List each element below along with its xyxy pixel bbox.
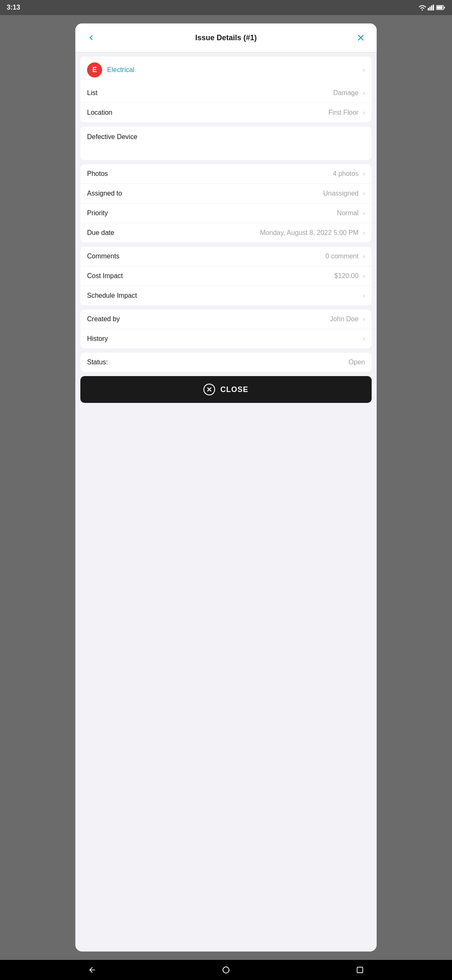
status-card: Status: Open <box>80 353 372 372</box>
location-label: Location <box>87 109 113 116</box>
priority-chevron: › <box>363 209 365 217</box>
due-date-value-container: Monday, August 8, 2022 5:00 PM › <box>260 229 365 237</box>
close-button[interactable]: ✕ CLOSE <box>80 376 372 403</box>
due-date-value: Monday, August 8, 2022 5:00 PM <box>260 229 358 237</box>
list-value-container: Damage › <box>333 89 365 97</box>
photos-row[interactable]: Photos 4 photos › <box>80 164 372 184</box>
schedule-impact-chevron: › <box>363 292 365 299</box>
assigned-row[interactable]: Assigned to Unassigned › <box>80 184 372 204</box>
history-value-container: › <box>359 335 365 343</box>
cost-impact-value-container: $120.00 › <box>334 272 365 280</box>
svg-point-7 <box>223 967 229 973</box>
list-label: List <box>87 89 98 97</box>
meta-card: Created by John Doe › History › <box>80 309 372 348</box>
priority-label: Priority <box>87 209 108 217</box>
wifi-icon <box>419 5 426 10</box>
modal-header: Issue Details (#1) <box>75 23 377 52</box>
category-chevron: › <box>363 66 365 74</box>
svg-rect-2 <box>431 5 432 10</box>
nav-home-button[interactable] <box>221 965 231 975</box>
svg-rect-0 <box>428 8 429 10</box>
nav-home-icon <box>221 965 231 975</box>
svg-rect-6 <box>444 7 445 8</box>
header-close-button[interactable] <box>353 30 368 45</box>
created-by-value-container: John Doe › <box>330 315 365 323</box>
due-date-row[interactable]: Due date Monday, August 8, 2022 5:00 PM … <box>80 223 372 242</box>
more-details-card: Comments 0 comment › Cost Impact $120.00… <box>80 247 372 305</box>
list-value: Damage <box>333 89 358 97</box>
due-date-chevron: › <box>363 229 365 237</box>
location-value: First Floor <box>329 109 359 116</box>
close-x-icon <box>356 33 366 43</box>
close-button-icon: ✕ <box>203 384 215 395</box>
location-chevron: › <box>363 109 365 116</box>
assigned-chevron: › <box>363 190 365 197</box>
nav-bar <box>0 960 452 980</box>
photos-value-container: 4 photos › <box>333 170 365 178</box>
priority-row[interactable]: Priority Normal › <box>80 204 372 223</box>
created-by-chevron: › <box>363 315 365 323</box>
svg-rect-5 <box>437 6 443 9</box>
cost-impact-chevron: › <box>363 272 365 280</box>
nav-recents-icon <box>356 966 364 974</box>
category-label: Electrical <box>107 66 356 74</box>
comments-chevron: › <box>363 253 365 260</box>
details-card: Photos 4 photos › Assigned to Unassigned… <box>80 164 372 242</box>
cost-impact-label: Cost Impact <box>87 272 123 280</box>
location-value-container: First Floor › <box>329 109 365 116</box>
due-date-label: Due date <box>87 229 114 237</box>
created-by-label: Created by <box>87 315 120 323</box>
signal-icon <box>428 5 434 10</box>
nav-recents-button[interactable] <box>356 966 364 974</box>
status-icons <box>419 5 445 10</box>
priority-value-container: Normal › <box>337 209 365 217</box>
comments-row[interactable]: Comments 0 comment › <box>80 247 372 266</box>
svg-rect-1 <box>429 7 431 10</box>
issue-details-modal: Issue Details (#1) E Electrical › List D… <box>75 23 377 952</box>
modal-title: Issue Details (#1) <box>99 34 353 42</box>
back-icon <box>86 33 96 43</box>
list-row[interactable]: List Damage › <box>80 83 372 103</box>
schedule-impact-row[interactable]: Schedule Impact › <box>80 286 372 305</box>
description-card[interactable]: Defective Device <box>80 126 372 160</box>
category-row[interactable]: E Electrical › <box>80 57 372 83</box>
svg-rect-8 <box>357 967 363 972</box>
close-button-label: CLOSE <box>220 385 248 394</box>
assigned-value: Unassigned <box>323 190 359 197</box>
photos-label: Photos <box>87 170 108 178</box>
created-by-row[interactable]: Created by John Doe › <box>80 309 372 329</box>
status-value: Open <box>349 358 365 366</box>
history-label: History <box>87 335 108 343</box>
comments-label: Comments <box>87 253 119 260</box>
back-button[interactable] <box>84 30 99 45</box>
nav-back-button[interactable] <box>88 966 96 974</box>
schedule-impact-label: Schedule Impact <box>87 292 137 299</box>
category-card: E Electrical › List Damage › Location Fi… <box>80 57 372 122</box>
assigned-label: Assigned to <box>87 190 122 197</box>
description-text: Defective Device <box>87 133 137 140</box>
list-chevron: › <box>363 89 365 97</box>
nav-back-icon <box>88 966 96 974</box>
status-time: 3:13 <box>7 4 20 11</box>
comments-value-container: 0 comment › <box>326 253 365 260</box>
location-row[interactable]: Location First Floor › <box>80 103 372 122</box>
created-by-value: John Doe <box>330 315 359 323</box>
status-label: Status: <box>87 358 108 366</box>
schedule-impact-value-container: › <box>359 292 365 299</box>
photos-value: 4 photos <box>333 170 358 178</box>
photos-chevron: › <box>363 170 365 178</box>
history-chevron: › <box>363 335 365 343</box>
status-bar: 3:13 <box>0 0 452 15</box>
history-row[interactable]: History › <box>80 329 372 348</box>
comments-value: 0 comment <box>326 253 359 260</box>
category-icon: E <box>87 62 102 77</box>
assigned-value-container: Unassigned › <box>323 190 365 197</box>
priority-value: Normal <box>337 209 359 217</box>
cost-impact-row[interactable]: Cost Impact $120.00 › <box>80 266 372 286</box>
battery-icon <box>436 5 445 10</box>
svg-rect-3 <box>433 5 434 10</box>
cost-impact-value: $120.00 <box>334 272 359 280</box>
